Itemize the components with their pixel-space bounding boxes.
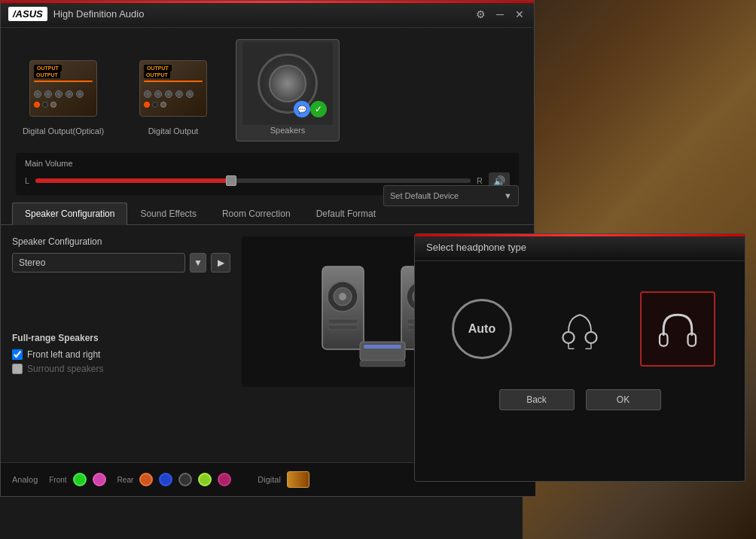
- full-range-section: Full-range Speakers Front left and right…: [12, 333, 230, 374]
- auto-icon-wrap: Auto: [444, 291, 520, 367]
- minimize-button[interactable]: ─: [493, 8, 507, 21]
- asus-logo: /ASUS: [8, 7, 47, 21]
- optical-ports: [34, 102, 93, 108]
- headphone-dialog: Select headphone type Auto: [414, 233, 745, 482]
- title-bar: /ASUS High Definition Audio ⚙ ─ ✕: [1, 1, 534, 28]
- optical-knobs: [34, 90, 93, 98]
- port-rear-blue[interactable]: [159, 473, 172, 486]
- headphone-option-earbuds[interactable]: [542, 291, 617, 367]
- digital-icon-wrap: OUTPUT: [132, 54, 215, 122]
- speaker-inner: [269, 65, 306, 102]
- knob-3: [55, 90, 62, 98]
- optical-icon-wrap: OUTPUT: [22, 54, 105, 122]
- vol-r-label: R: [477, 176, 483, 185]
- port-red: [34, 102, 40, 108]
- headphones-icon-wrap: [640, 291, 715, 367]
- optical-device-label: Digital Output(Optical): [23, 126, 104, 136]
- tab-default-format[interactable]: Default Format: [303, 203, 389, 224]
- port-dark: [42, 102, 48, 108]
- devices-area: OUTPUT Digital Outp: [1, 28, 534, 149]
- surround-row: Surround speakers: [12, 364, 230, 374]
- device-digital[interactable]: OUTPUT Digital Outp: [126, 48, 221, 142]
- close-button[interactable]: ✕: [513, 8, 526, 21]
- dport-red: [144, 102, 150, 108]
- volume-slider[interactable]: [35, 178, 471, 183]
- auto-circle-icon: Auto: [452, 299, 512, 359]
- left-panel: Speaker Configuration Stereo Quadraphoni…: [12, 236, 230, 387]
- headphone-options: Auto: [444, 291, 715, 367]
- port-rear-darkpink[interactable]: [218, 473, 231, 486]
- app-title: High Definition Audio: [53, 8, 145, 20]
- svg-rect-12: [360, 342, 405, 361]
- config-select-row: Stereo Quadraphonic 5.1 Surround 7.1 Sur…: [12, 253, 230, 273]
- port-rear-lime[interactable]: [198, 473, 212, 486]
- speakers-icon-wrap: 💬 ✓: [242, 46, 333, 121]
- port-front-pink[interactable]: [93, 473, 106, 486]
- analog-label: Analog: [12, 475, 38, 484]
- earbuds-svg-icon: [557, 306, 602, 352]
- headphones-svg-icon: [655, 306, 700, 352]
- set-default-label: Set Default Device: [390, 191, 459, 200]
- headphone-option-headphones[interactable]: [640, 291, 715, 367]
- knob-1: [34, 90, 41, 98]
- port-white: [50, 102, 56, 108]
- surround-checkbox[interactable]: [12, 364, 23, 374]
- settings-button[interactable]: ⚙: [474, 8, 487, 21]
- play-button[interactable]: ▶: [211, 253, 230, 273]
- speaker-icon: 💬 ✓: [242, 42, 333, 125]
- full-range-label: Full-range Speakers: [12, 333, 230, 343]
- speaker-config-select[interactable]: Stereo Quadraphonic 5.1 Surround 7.1 Sur…: [12, 253, 185, 273]
- volume-thumb[interactable]: [226, 175, 236, 186]
- tab-sound-effects[interactable]: Sound Effects: [127, 203, 209, 224]
- optical-bar: [34, 81, 93, 82]
- svg-point-16: [586, 332, 597, 343]
- dknob-2: [154, 90, 162, 98]
- optical-device-icon: OUTPUT: [29, 60, 97, 117]
- earbuds-icon-wrap: [542, 291, 617, 367]
- device-speakers[interactable]: 💬 ✓ Speakers: [236, 39, 340, 142]
- svg-point-3: [339, 293, 346, 300]
- red-accent-bar: [1, 1, 534, 3]
- front-lr-checkbox[interactable]: [12, 349, 23, 360]
- port-rear-black[interactable]: [178, 473, 192, 486]
- set-default-button[interactable]: Set Default Device ▼: [383, 185, 519, 206]
- dport-white: [160, 102, 166, 108]
- digital-ports: [144, 102, 203, 108]
- front-section: Front: [49, 473, 105, 486]
- knob-2: [44, 90, 52, 98]
- svg-point-15: [563, 332, 575, 343]
- digital-bar: [144, 81, 203, 82]
- select-arrow-icon[interactable]: ▼: [190, 253, 206, 273]
- device-optical[interactable]: OUTPUT Digital Outp: [16, 48, 111, 142]
- svg-rect-14: [360, 361, 405, 367]
- digital-port[interactable]: [287, 471, 309, 488]
- dialog-title: Select headphone type: [426, 242, 526, 253]
- dialog-buttons: Back OK: [499, 389, 661, 410]
- front-left-right-row: Front left and right: [12, 349, 230, 360]
- digital-device-label: Digital Output: [148, 126, 199, 136]
- dknob-5: [186, 90, 194, 98]
- rear-label: Rear: [117, 476, 134, 484]
- set-default-arrow: ▼: [504, 191, 512, 200]
- volume-label: Main Volume: [25, 159, 510, 168]
- svg-rect-5: [328, 325, 358, 330]
- ok-button[interactable]: OK: [586, 389, 661, 410]
- headphone-option-auto[interactable]: Auto: [444, 291, 520, 367]
- rear-section: Rear: [117, 473, 232, 486]
- tab-room-correction[interactable]: Room Correction: [209, 203, 303, 224]
- speakers-device-label: Speakers: [270, 126, 305, 135]
- port-rear-orange[interactable]: [139, 473, 153, 486]
- volume-fill: [35, 178, 231, 183]
- back-button[interactable]: Back: [499, 389, 575, 410]
- digital-label-top: OUTPUT: [144, 72, 170, 78]
- digital-knobs: [144, 90, 203, 98]
- window-controls: ⚙ ─ ✕: [474, 8, 526, 21]
- dknob-1: [144, 90, 151, 98]
- dialog-title-bar: Select headphone type: [415, 234, 745, 261]
- svg-rect-13: [364, 345, 401, 349]
- speaker-config-label: Speaker Configuration: [12, 236, 230, 247]
- digital-device-icon: OUTPUT: [139, 60, 207, 117]
- optical-label-top: OUTPUT: [34, 72, 60, 78]
- tab-speaker-configuration[interactable]: Speaker Configuration: [12, 203, 127, 225]
- port-front-green[interactable]: [73, 473, 87, 486]
